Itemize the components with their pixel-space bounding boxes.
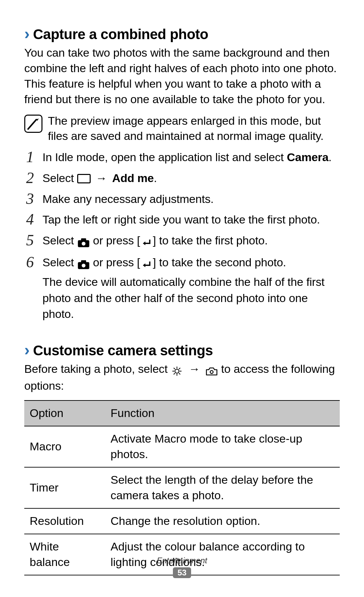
section1-intro: You can take two photos with the same ba…: [24, 45, 340, 107]
heading-text: Customise camera settings: [33, 342, 213, 359]
arrow-text: →: [183, 362, 205, 375]
option-cell: Timer: [24, 467, 105, 508]
svg-point-6: [175, 369, 179, 373]
heading-text: Capture a combined photo: [33, 26, 208, 42]
step-number: 4: [24, 212, 36, 227]
step-text-line: Select or press [] to take the second ph…: [42, 255, 340, 272]
camera-icon: [77, 256, 90, 272]
step-number: 3: [24, 191, 36, 207]
table-header-row: Option Function: [24, 400, 340, 426]
svg-point-2: [82, 242, 85, 245]
note-icon: [24, 115, 42, 133]
note-text: The preview image appears enlarged in th…: [48, 113, 340, 144]
svg-line-14: [174, 373, 175, 375]
gear-icon: [171, 363, 183, 378]
table-header-option: Option: [24, 400, 105, 426]
text-fragment: Select: [42, 234, 77, 247]
step-number: 5: [24, 233, 36, 248]
step-6: 6 Select or press [] to take the second …: [24, 255, 340, 322]
note-row: The preview image appears enlarged in th…: [24, 113, 340, 144]
text-bold: Add me: [112, 172, 154, 184]
camera-icon: [77, 234, 90, 250]
option-cell: Resolution: [24, 508, 105, 534]
svg-point-5: [82, 264, 85, 268]
table-row: Timer Select the length of the delay bef…: [24, 467, 340, 508]
return-key-icon: [140, 256, 153, 272]
text-fragment: or press [: [90, 234, 140, 247]
function-cell: Activate Macro mode to take close-up pho…: [105, 426, 340, 467]
camera-outline-icon: [205, 363, 218, 378]
step-3: 3 Make any necessary adjustments.: [24, 191, 340, 207]
mode-rect-icon: [77, 174, 91, 183]
function-cell: Select the length of the delay before th…: [105, 467, 340, 508]
step-text: Select → Add me.: [42, 170, 157, 186]
section2: › Customise camera settings Before takin…: [24, 342, 340, 575]
table-row: Resolution Change the resolution option.: [24, 508, 340, 534]
step-number: 2: [24, 170, 36, 186]
text-fragment: In Idle mode, open the application list …: [42, 151, 287, 163]
option-cell: Macro: [24, 426, 105, 467]
step-number: 6: [24, 255, 36, 270]
manual-page: › Capture a combined photo You can take …: [0, 0, 364, 597]
step-text: In Idle mode, open the application list …: [42, 149, 332, 166]
text-fragment: ] to take the second photo.: [153, 256, 286, 269]
page-footer: Entertainment 53: [0, 556, 364, 578]
svg-line-13: [179, 368, 180, 369]
step-1: 1 In Idle mode, open the application lis…: [24, 149, 340, 166]
step-text: Select or press [] to take the first pho…: [42, 233, 268, 250]
text-fragment: .: [154, 172, 157, 184]
chevron-icon: ›: [24, 26, 30, 42]
options-table: Option Function Macro Activate Macro mod…: [24, 400, 340, 575]
text-fragment: .: [329, 151, 332, 163]
step-5: 5 Select or press [] to take the first p…: [24, 233, 340, 250]
page-number-badge: 53: [173, 567, 191, 578]
return-key-icon: [140, 234, 153, 250]
text-fragment: ] to take the first photo.: [153, 234, 268, 247]
step-text: Select or press [] to take the second ph…: [42, 255, 340, 322]
chevron-icon: ›: [24, 342, 30, 358]
steps-list: 1 In Idle mode, open the application lis…: [24, 149, 340, 322]
table-row: Macro Activate Macro mode to take close-…: [24, 426, 340, 467]
text-fragment: Select: [42, 172, 77, 184]
step-4: 4 Tap the left or right side you want to…: [24, 212, 340, 228]
svg-rect-1: [81, 238, 86, 241]
text-bold: Camera: [287, 151, 329, 163]
step-2: 2 Select → Add me.: [24, 170, 340, 186]
function-cell: Change the resolution option.: [105, 508, 340, 534]
svg-line-12: [179, 373, 180, 375]
text-fragment: Before taking a photo, select: [24, 362, 171, 375]
section-heading-combined-photo: › Capture a combined photo: [24, 26, 340, 42]
section-heading-customise: › Customise camera settings: [24, 342, 340, 359]
step-number: 1: [24, 149, 36, 165]
table-header-function: Function: [105, 400, 340, 426]
section2-intro: Before taking a photo, select → to acces…: [24, 361, 340, 394]
step-text: Make any necessary adjustments.: [42, 191, 214, 207]
step-text: Tap the left or right side you want to t…: [42, 212, 320, 228]
text-fragment: Select: [42, 256, 77, 269]
footer-section-label: Entertainment: [0, 556, 364, 565]
svg-point-15: [210, 370, 213, 374]
text-fragment: or press [: [90, 256, 140, 269]
svg-line-11: [174, 368, 175, 369]
svg-rect-4: [81, 260, 86, 263]
step-subtext: The device will automatically combine th…: [42, 274, 340, 322]
arrow-text: →: [91, 172, 112, 184]
